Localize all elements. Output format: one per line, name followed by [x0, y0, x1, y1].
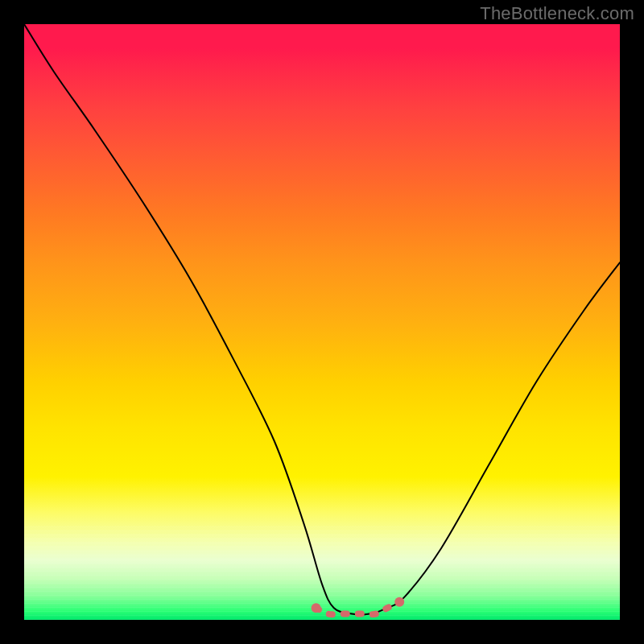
- curve-layer: [24, 24, 620, 620]
- marker-start-dot: [312, 603, 321, 613]
- bottleneck-curve: [24, 24, 620, 615]
- optimal-band-marker: [316, 602, 400, 614]
- chart-frame: TheBottleneck.com: [0, 0, 644, 644]
- plot-area: [24, 24, 620, 620]
- watermark-text: TheBottleneck.com: [480, 3, 634, 24]
- marker-end-dot: [394, 597, 404, 607]
